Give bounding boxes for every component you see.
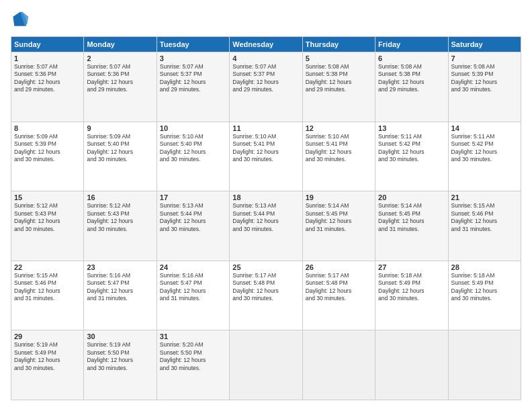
calendar-cell: 1Sunrise: 5:07 AMSunset: 5:36 PMDaylight… <box>11 52 84 122</box>
day-info: Sunrise: 5:14 AMSunset: 5:45 PMDaylight:… <box>378 202 445 233</box>
day-number: 7 <box>451 54 518 62</box>
week-row-5: 29Sunrise: 5:19 AMSunset: 5:49 PMDayligh… <box>11 330 521 400</box>
day-info: Sunrise: 5:08 AMSunset: 5:39 PMDaylight:… <box>451 63 518 94</box>
day-number: 14 <box>451 124 518 132</box>
weekday-header-tuesday: Tuesday <box>157 37 229 52</box>
day-info: Sunrise: 5:15 AMSunset: 5:46 PMDaylight:… <box>451 202 518 233</box>
day-info: Sunrise: 5:08 AMSunset: 5:38 PMDaylight:… <box>306 63 372 94</box>
day-number: 13 <box>378 124 445 132</box>
weekday-header-thursday: Thursday <box>302 37 375 52</box>
day-info: Sunrise: 5:11 AMSunset: 5:42 PMDaylight:… <box>378 133 445 164</box>
day-number: 25 <box>232 263 299 271</box>
day-info: Sunrise: 5:18 AMSunset: 5:49 PMDaylight:… <box>378 272 445 303</box>
day-number: 30 <box>87 332 153 340</box>
day-info: Sunrise: 5:07 AMSunset: 5:37 PMDaylight:… <box>160 63 226 94</box>
calendar-table: SundayMondayTuesdayWednesdayThursdayFrid… <box>11 36 521 400</box>
calendar-cell: 14Sunrise: 5:11 AMSunset: 5:42 PMDayligh… <box>448 122 521 191</box>
calendar-cell <box>302 330 375 400</box>
calendar-cell: 18Sunrise: 5:13 AMSunset: 5:44 PMDayligh… <box>230 191 302 261</box>
day-number: 15 <box>14 193 81 201</box>
day-number: 18 <box>232 193 299 201</box>
day-info: Sunrise: 5:15 AMSunset: 5:46 PMDaylight:… <box>14 272 81 303</box>
calendar-cell: 25Sunrise: 5:17 AMSunset: 5:48 PMDayligh… <box>230 261 302 330</box>
day-info: Sunrise: 5:08 AMSunset: 5:38 PMDaylight:… <box>378 63 445 94</box>
weekday-header-monday: Monday <box>84 37 157 52</box>
calendar-cell: 19Sunrise: 5:14 AMSunset: 5:45 PMDayligh… <box>302 191 375 261</box>
day-number: 9 <box>87 124 153 132</box>
weekday-header-row: SundayMondayTuesdayWednesdayThursdayFrid… <box>11 37 521 52</box>
day-number: 1 <box>14 54 81 62</box>
weekday-header-sunday: Sunday <box>11 37 84 52</box>
calendar-cell: 22Sunrise: 5:15 AMSunset: 5:46 PMDayligh… <box>11 261 84 330</box>
calendar-cell <box>375 330 448 400</box>
day-number: 4 <box>232 54 299 62</box>
calendar-cell: 24Sunrise: 5:16 AMSunset: 5:47 PMDayligh… <box>157 261 229 330</box>
day-info: Sunrise: 5:10 AMSunset: 5:41 PMDaylight:… <box>232 133 299 164</box>
calendar-cell: 4Sunrise: 5:07 AMSunset: 5:37 PMDaylight… <box>230 52 302 122</box>
day-number: 2 <box>87 54 153 62</box>
day-info: Sunrise: 5:12 AMSunset: 5:43 PMDaylight:… <box>14 202 81 233</box>
day-number: 10 <box>160 124 226 132</box>
calendar-cell: 12Sunrise: 5:10 AMSunset: 5:41 PMDayligh… <box>302 122 375 191</box>
calendar-cell: 17Sunrise: 5:13 AMSunset: 5:44 PMDayligh… <box>157 191 229 261</box>
day-number: 28 <box>451 263 518 271</box>
day-number: 26 <box>306 263 372 271</box>
calendar-cell: 5Sunrise: 5:08 AMSunset: 5:38 PMDaylight… <box>302 52 375 122</box>
day-number: 19 <box>306 193 372 201</box>
week-row-2: 8Sunrise: 5:09 AMSunset: 5:39 PMDaylight… <box>11 122 521 191</box>
day-number: 24 <box>160 263 226 271</box>
day-number: 8 <box>14 124 81 132</box>
day-number: 3 <box>160 54 226 62</box>
day-info: Sunrise: 5:16 AMSunset: 5:47 PMDaylight:… <box>87 272 153 303</box>
week-row-4: 22Sunrise: 5:15 AMSunset: 5:46 PMDayligh… <box>11 261 521 330</box>
day-info: Sunrise: 5:14 AMSunset: 5:45 PMDaylight:… <box>306 202 372 233</box>
day-info: Sunrise: 5:07 AMSunset: 5:36 PMDaylight:… <box>87 63 153 94</box>
day-number: 11 <box>232 124 299 132</box>
calendar-cell: 11Sunrise: 5:10 AMSunset: 5:41 PMDayligh… <box>230 122 302 191</box>
day-info: Sunrise: 5:07 AMSunset: 5:37 PMDaylight:… <box>232 63 299 94</box>
day-info: Sunrise: 5:19 AMSunset: 5:50 PMDaylight:… <box>87 341 153 372</box>
week-row-3: 15Sunrise: 5:12 AMSunset: 5:43 PMDayligh… <box>11 191 521 261</box>
day-info: Sunrise: 5:09 AMSunset: 5:39 PMDaylight:… <box>14 133 81 164</box>
day-number: 29 <box>14 332 81 340</box>
calendar-cell: 28Sunrise: 5:18 AMSunset: 5:49 PMDayligh… <box>448 261 521 330</box>
day-info: Sunrise: 5:13 AMSunset: 5:44 PMDaylight:… <box>160 202 226 233</box>
day-info: Sunrise: 5:12 AMSunset: 5:43 PMDaylight:… <box>87 202 153 233</box>
day-info: Sunrise: 5:10 AMSunset: 5:40 PMDaylight:… <box>160 133 226 164</box>
calendar-cell: 15Sunrise: 5:12 AMSunset: 5:43 PMDayligh… <box>11 191 84 261</box>
calendar-cell: 23Sunrise: 5:16 AMSunset: 5:47 PMDayligh… <box>84 261 157 330</box>
day-number: 21 <box>451 193 518 201</box>
calendar-cell: 27Sunrise: 5:18 AMSunset: 5:49 PMDayligh… <box>375 261 448 330</box>
day-number: 22 <box>14 263 81 271</box>
calendar-cell: 26Sunrise: 5:17 AMSunset: 5:48 PMDayligh… <box>302 261 375 330</box>
day-info: Sunrise: 5:18 AMSunset: 5:49 PMDaylight:… <box>451 272 518 303</box>
calendar-cell: 21Sunrise: 5:15 AMSunset: 5:46 PMDayligh… <box>448 191 521 261</box>
day-info: Sunrise: 5:20 AMSunset: 5:50 PMDaylight:… <box>160 341 226 372</box>
day-info: Sunrise: 5:16 AMSunset: 5:47 PMDaylight:… <box>160 272 226 303</box>
calendar-cell: 20Sunrise: 5:14 AMSunset: 5:45 PMDayligh… <box>375 191 448 261</box>
calendar-cell: 31Sunrise: 5:20 AMSunset: 5:50 PMDayligh… <box>157 330 229 400</box>
day-number: 6 <box>378 54 445 62</box>
day-number: 17 <box>160 193 226 201</box>
calendar-cell <box>448 330 521 400</box>
day-number: 31 <box>160 332 226 340</box>
day-info: Sunrise: 5:19 AMSunset: 5:49 PMDaylight:… <box>14 341 81 372</box>
calendar-cell: 16Sunrise: 5:12 AMSunset: 5:43 PMDayligh… <box>84 191 157 261</box>
calendar-cell: 29Sunrise: 5:19 AMSunset: 5:49 PMDayligh… <box>11 330 84 400</box>
header <box>11 11 521 30</box>
logo <box>11 11 32 30</box>
week-row-1: 1Sunrise: 5:07 AMSunset: 5:36 PMDaylight… <box>11 52 521 122</box>
calendar-cell: 2Sunrise: 5:07 AMSunset: 5:36 PMDaylight… <box>84 52 157 122</box>
day-info: Sunrise: 5:07 AMSunset: 5:36 PMDaylight:… <box>14 63 81 94</box>
logo-icon <box>11 11 30 30</box>
page: SundayMondayTuesdayWednesdayThursdayFrid… <box>0 0 532 411</box>
day-number: 5 <box>306 54 372 62</box>
day-number: 16 <box>87 193 153 201</box>
calendar-cell: 30Sunrise: 5:19 AMSunset: 5:50 PMDayligh… <box>84 330 157 400</box>
day-info: Sunrise: 5:17 AMSunset: 5:48 PMDaylight:… <box>306 272 372 303</box>
calendar-cell: 7Sunrise: 5:08 AMSunset: 5:39 PMDaylight… <box>448 52 521 122</box>
weekday-header-wednesday: Wednesday <box>230 37 302 52</box>
calendar-cell: 10Sunrise: 5:10 AMSunset: 5:40 PMDayligh… <box>157 122 229 191</box>
weekday-header-friday: Friday <box>375 37 448 52</box>
day-info: Sunrise: 5:11 AMSunset: 5:42 PMDaylight:… <box>451 133 518 164</box>
